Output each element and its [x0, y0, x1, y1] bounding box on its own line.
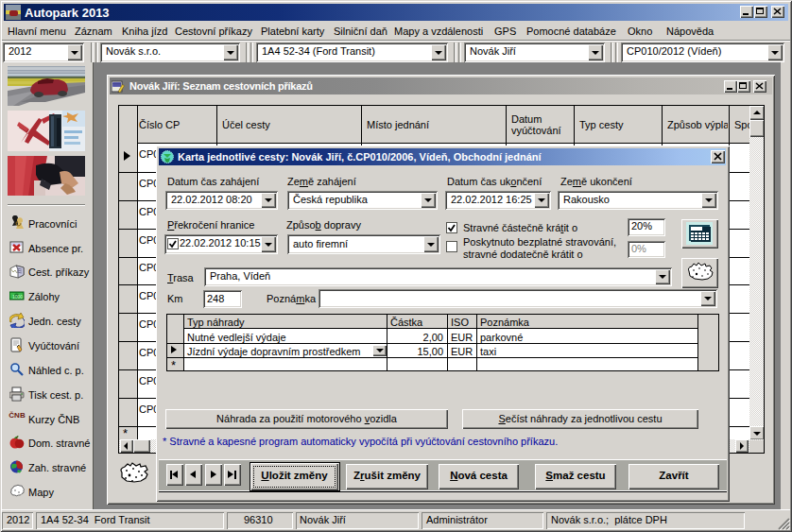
- svg-text:1000: 1000: [12, 294, 23, 300]
